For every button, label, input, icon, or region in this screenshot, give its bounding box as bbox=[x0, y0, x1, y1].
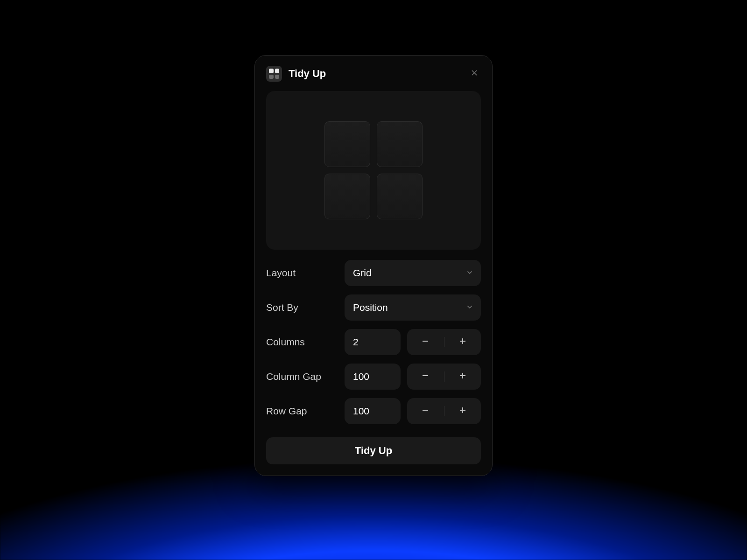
row-gap-increment-button[interactable] bbox=[444, 398, 481, 424]
preview-cell bbox=[324, 174, 370, 219]
grid-app-icon bbox=[266, 66, 282, 82]
row-gap-decrement-button[interactable] bbox=[407, 398, 444, 424]
tidy-up-button-label: Tidy Up bbox=[355, 445, 392, 457]
column-gap-stepper bbox=[407, 364, 481, 390]
plus-icon bbox=[458, 406, 467, 416]
minus-icon bbox=[421, 406, 430, 416]
column-gap-label: Column Gap bbox=[266, 371, 338, 382]
columns-stepper bbox=[407, 329, 481, 355]
panel-header: Tidy Up bbox=[266, 66, 481, 82]
layout-select[interactable]: Grid bbox=[345, 260, 481, 286]
columns-row: Columns 2 bbox=[266, 329, 481, 355]
preview-cell bbox=[377, 174, 423, 219]
layout-value: Grid bbox=[353, 267, 372, 279]
tidy-up-panel: Tidy Up Layout Grid Sort By bbox=[254, 55, 493, 476]
preview-grid bbox=[324, 121, 423, 219]
chevron-down-icon bbox=[466, 267, 473, 279]
row-gap-row: Row Gap 100 bbox=[266, 398, 481, 424]
layout-row: Layout Grid bbox=[266, 260, 481, 286]
columns-decrement-button[interactable] bbox=[407, 329, 444, 355]
columns-input[interactable]: 2 bbox=[345, 329, 401, 355]
close-button[interactable] bbox=[468, 67, 481, 80]
preview-cell bbox=[377, 121, 423, 167]
columns-value: 2 bbox=[353, 336, 359, 348]
sortby-select[interactable]: Position bbox=[345, 294, 481, 321]
minus-icon bbox=[421, 337, 430, 347]
minus-icon bbox=[421, 371, 430, 382]
row-gap-input[interactable]: 100 bbox=[345, 398, 401, 424]
sortby-value: Position bbox=[353, 302, 388, 313]
columns-label: Columns bbox=[266, 336, 338, 348]
columns-increment-button[interactable] bbox=[444, 329, 481, 355]
close-icon bbox=[471, 69, 478, 78]
column-gap-decrement-button[interactable] bbox=[407, 364, 444, 390]
preview-cell bbox=[324, 121, 370, 167]
row-gap-value: 100 bbox=[353, 406, 369, 417]
layout-preview bbox=[266, 91, 481, 250]
tidy-up-button[interactable]: Tidy Up bbox=[266, 437, 481, 464]
chevron-down-icon bbox=[466, 302, 473, 313]
sortby-row: Sort By Position bbox=[266, 294, 481, 321]
row-gap-label: Row Gap bbox=[266, 406, 338, 417]
column-gap-increment-button[interactable] bbox=[444, 364, 481, 390]
controls: Layout Grid Sort By Position Columns 2 bbox=[266, 260, 481, 464]
sortby-label: Sort By bbox=[266, 302, 338, 313]
column-gap-input[interactable]: 100 bbox=[345, 364, 401, 390]
panel-title: Tidy Up bbox=[289, 68, 461, 80]
plus-icon bbox=[458, 371, 467, 382]
plus-icon bbox=[458, 337, 467, 347]
column-gap-value: 100 bbox=[353, 371, 369, 382]
row-gap-stepper bbox=[407, 398, 481, 424]
layout-label: Layout bbox=[266, 267, 338, 279]
column-gap-row: Column Gap 100 bbox=[266, 364, 481, 390]
